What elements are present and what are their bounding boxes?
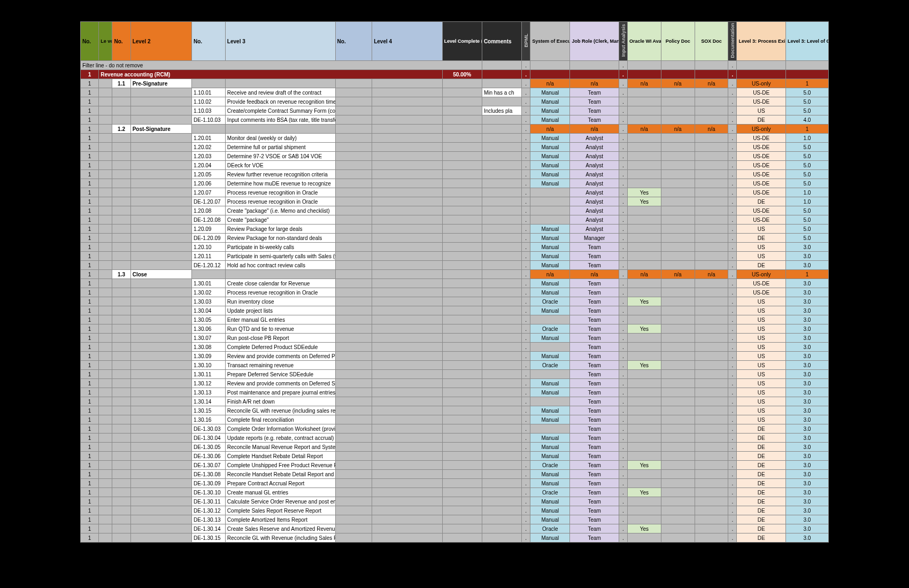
exist[interactable]: US (737, 406, 785, 415)
no1[interactable]: 1 (81, 424, 99, 434)
comm[interactable] (482, 143, 521, 152)
compl[interactable]: 3.0 (785, 324, 828, 334)
doc[interactable]: . (728, 152, 737, 161)
lvlc[interactable] (442, 306, 482, 315)
pol[interactable] (661, 234, 695, 243)
bpml[interactable]: . (522, 206, 530, 215)
role[interactable]: Team (570, 406, 619, 415)
l3[interactable]: DEeck for VOE (225, 161, 335, 170)
bpml[interactable]: . (522, 270, 530, 279)
bpml[interactable]: . (522, 225, 530, 234)
lvlc[interactable] (442, 443, 482, 452)
exist[interactable]: US (737, 361, 785, 370)
l4[interactable] (372, 361, 442, 370)
l2[interactable] (130, 533, 191, 543)
doc[interactable]: . (728, 479, 737, 488)
compl[interactable]: 5.0 (785, 161, 828, 170)
owi[interactable] (627, 415, 661, 424)
lvlc[interactable] (442, 388, 482, 397)
no4[interactable] (335, 152, 372, 161)
sys[interactable]: Manual (530, 533, 570, 543)
sox[interactable] (695, 397, 728, 406)
l2[interactable] (130, 379, 191, 388)
dot[interactable]: . (728, 61, 737, 70)
no3[interactable]: 1.20.08 (192, 206, 226, 215)
l4[interactable] (372, 179, 442, 188)
l4[interactable] (372, 479, 442, 488)
no3[interactable]: 1.20.03 (192, 152, 226, 161)
pol[interactable] (661, 306, 695, 315)
owi[interactable] (627, 497, 661, 506)
c[interactable] (737, 70, 785, 79)
hdr-l1[interactable]: Le ve l 1 (99, 22, 112, 61)
owi[interactable]: Yes (627, 188, 661, 197)
pol[interactable] (661, 243, 695, 252)
sys[interactable]: Manual (530, 388, 570, 397)
l4[interactable] (372, 161, 442, 170)
bpml[interactable]: . (522, 506, 530, 515)
bpml[interactable]: . (522, 288, 530, 297)
hdr-complexity[interactable]: Level 3: Level of Complexity (785, 22, 828, 61)
role[interactable]: Team (570, 506, 619, 515)
compl[interactable]: 3.0 (785, 406, 828, 415)
role[interactable]: Manager (570, 234, 619, 243)
no2[interactable] (112, 106, 130, 115)
l4[interactable] (372, 452, 442, 461)
exist[interactable]: DE (737, 515, 785, 524)
l3[interactable]: Process revenue recognition in Oracle (225, 197, 335, 206)
inp[interactable]: . (619, 324, 627, 334)
no3[interactable]: DE-1.30.03 (192, 424, 226, 434)
owi[interactable] (627, 143, 661, 152)
no1[interactable]: 1 (81, 488, 99, 497)
doc[interactable]: . (728, 125, 737, 134)
inp[interactable]: . (619, 461, 627, 470)
comm[interactable] (482, 479, 521, 488)
doc[interactable]: . (728, 370, 737, 379)
l1[interactable] (99, 197, 112, 206)
sox[interactable] (695, 88, 728, 97)
l2[interactable] (130, 97, 191, 106)
no4[interactable] (335, 524, 372, 533)
exist[interactable]: US-DE (737, 88, 785, 97)
doc[interactable]: . (728, 206, 737, 215)
no4[interactable] (335, 506, 372, 515)
c[interactable] (530, 70, 570, 79)
lvlc[interactable] (442, 379, 482, 388)
l1[interactable] (99, 434, 112, 443)
no4[interactable] (335, 470, 372, 479)
bpml[interactable]: . (522, 443, 530, 452)
doc[interactable]: . (728, 334, 737, 343)
no1[interactable]: 1 (81, 379, 99, 388)
comm[interactable] (482, 388, 521, 397)
no2[interactable] (112, 115, 130, 125)
no3[interactable]: DE-1.20.09 (192, 234, 226, 243)
owi[interactable] (627, 88, 661, 97)
bpml[interactable]: . (522, 297, 530, 306)
no3[interactable]: 1.30.11 (192, 370, 226, 379)
sys[interactable]: Manual (530, 497, 570, 506)
hdr-input-analysis[interactable]: Input Analysis (619, 22, 627, 61)
compl[interactable]: 5.0 (785, 206, 828, 215)
role[interactable]: Analyst (570, 197, 619, 206)
doc[interactable]: . (728, 143, 737, 152)
bpml[interactable]: . (522, 279, 530, 288)
role[interactable]: Team (570, 497, 619, 506)
doc[interactable]: . (728, 279, 737, 288)
inp[interactable]: . (619, 306, 627, 315)
c[interactable] (530, 61, 570, 70)
bpml[interactable]: . (522, 470, 530, 479)
l3[interactable]: Reconcile Handset Rebate Detail Report a… (225, 470, 335, 479)
l1[interactable] (99, 533, 112, 543)
hdr-role[interactable]: Job Role (Clerk, Manager, etc) (570, 22, 619, 61)
owi[interactable]: Yes (627, 361, 661, 370)
sox[interactable] (695, 461, 728, 470)
l1[interactable] (99, 134, 112, 143)
no1[interactable]: 1 (81, 152, 99, 161)
compl[interactable]: 3.0 (785, 370, 828, 379)
sys[interactable]: Manual (530, 161, 570, 170)
l4[interactable] (372, 270, 442, 279)
owi[interactable] (627, 234, 661, 243)
inp[interactable]: . (619, 288, 627, 297)
exist[interactable]: US (737, 352, 785, 361)
no1[interactable]: 1 (81, 361, 99, 370)
